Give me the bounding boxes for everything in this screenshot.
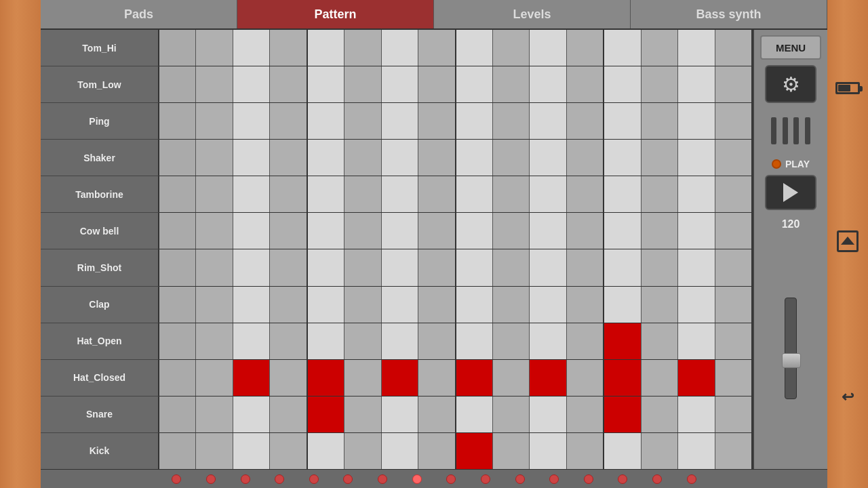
grid-cell[interactable] [678, 396, 715, 432]
grid-cell[interactable] [642, 360, 678, 396]
grid-cell[interactable] [233, 360, 270, 396]
grid-cell[interactable] [159, 213, 196, 249]
grid-cell[interactable] [382, 360, 418, 396]
dot-16[interactable] [687, 474, 696, 484]
grid-cell[interactable] [159, 360, 196, 396]
grid-cell[interactable] [308, 140, 344, 176]
grid-cell[interactable] [493, 396, 530, 432]
grid-cell[interactable] [270, 103, 307, 139]
grid-cell[interactable] [308, 249, 344, 285]
grid-cell[interactable] [270, 360, 307, 396]
grid-cell[interactable] [715, 433, 753, 469]
grid-cell[interactable] [715, 323, 753, 359]
grid-cell[interactable] [196, 176, 233, 212]
grid-cell[interactable] [678, 66, 715, 102]
grid-cell[interactable] [159, 140, 196, 176]
grid-cell[interactable] [418, 103, 456, 139]
grid-cell[interactable] [196, 66, 233, 102]
bpm-slider-track[interactable] [785, 298, 797, 399]
label-shaker[interactable]: Shaker [41, 140, 159, 176]
grid-cell[interactable] [456, 176, 493, 212]
grid-cell[interactable] [344, 140, 381, 176]
dot-14[interactable] [618, 474, 627, 484]
grid-cell[interactable] [493, 176, 530, 212]
tab-bass-synth[interactable]: Bass synth [631, 0, 827, 28]
dot-5[interactable] [309, 474, 319, 484]
settings-button[interactable]: ⚙ [765, 65, 816, 103]
grid-cell[interactable] [715, 176, 753, 212]
grid-cell[interactable] [530, 249, 566, 285]
grid-cell[interactable] [567, 323, 604, 359]
grid-cell[interactable] [567, 176, 604, 212]
grid-cell[interactable] [530, 66, 566, 102]
grid-cell[interactable] [493, 287, 530, 323]
grid-cell[interactable] [715, 140, 753, 176]
grid-cell[interactable] [567, 66, 604, 102]
grid-cell[interactable] [233, 323, 270, 359]
play-button[interactable] [765, 175, 816, 210]
grid-cell[interactable] [715, 213, 753, 249]
grid-cell[interactable] [604, 360, 641, 396]
grid-cell[interactable] [567, 103, 604, 139]
grid-cell[interactable] [159, 287, 196, 323]
grid-cell[interactable] [567, 213, 604, 249]
grid-cell[interactable] [196, 323, 233, 359]
tab-pattern[interactable]: Pattern [237, 0, 434, 28]
grid-cell[interactable] [642, 176, 678, 212]
grid-cell[interactable] [233, 176, 270, 212]
grid-cell[interactable] [678, 140, 715, 176]
grid-cell[interactable] [308, 213, 344, 249]
grid-cell[interactable] [567, 30, 604, 66]
grid-cell[interactable] [382, 140, 418, 176]
grid-cell[interactable] [530, 396, 566, 432]
grid-cell[interactable] [530, 213, 566, 249]
grid-cell[interactable] [604, 176, 641, 212]
grid-cell[interactable] [382, 287, 418, 323]
grid-cell[interactable] [642, 66, 678, 102]
grid-cell[interactable] [233, 396, 270, 432]
grid-cell[interactable] [233, 103, 270, 139]
grid-cell[interactable] [530, 30, 566, 66]
grid-cell[interactable] [233, 30, 270, 66]
grid-cell[interactable] [456, 103, 493, 139]
grid-cell[interactable] [159, 176, 196, 212]
grid-cell[interactable] [270, 433, 307, 469]
grid-cell[interactable] [456, 360, 493, 396]
grid-cell[interactable] [159, 249, 196, 285]
dot-13[interactable] [584, 474, 593, 484]
grid-cell[interactable] [382, 249, 418, 285]
grid-cell[interactable] [567, 360, 604, 396]
grid-cell[interactable] [159, 396, 196, 432]
label-ping[interactable]: Ping [41, 103, 159, 140]
grid-cell[interactable] [567, 396, 604, 432]
grid-cell[interactable] [159, 30, 196, 66]
label-rim-shot[interactable]: Rim_Shot [41, 249, 159, 286]
grid-cell[interactable] [567, 140, 604, 176]
label-hat-closed[interactable]: Hat_Closed [41, 360, 159, 396]
grid-cell[interactable] [159, 66, 196, 102]
grid-cell[interactable] [493, 103, 530, 139]
grid-cell[interactable] [604, 396, 641, 432]
grid-cell[interactable] [344, 360, 381, 396]
grid-cell[interactable] [493, 360, 530, 396]
grid-cell[interactable] [344, 396, 381, 432]
grid-cell[interactable] [418, 323, 456, 359]
grid-cell[interactable] [456, 249, 493, 285]
grid-cell[interactable] [196, 140, 233, 176]
grid-cell[interactable] [270, 323, 307, 359]
grid-cell[interactable] [456, 287, 493, 323]
grid-cell[interactable] [233, 249, 270, 285]
grid-cell[interactable] [418, 30, 456, 66]
grid-cell[interactable] [715, 103, 753, 139]
grid-cell[interactable] [493, 323, 530, 359]
grid-cell[interactable] [159, 323, 196, 359]
grid-cell[interactable] [196, 433, 233, 469]
back-icon[interactable]: ↩ [842, 388, 854, 406]
dot-7[interactable] [378, 474, 387, 484]
grid-cell[interactable] [308, 360, 344, 396]
grid-cell[interactable] [196, 360, 233, 396]
grid-cell[interactable] [642, 213, 678, 249]
grid-cell[interactable] [530, 103, 566, 139]
dot-4[interactable] [275, 474, 284, 484]
grid-cell[interactable] [382, 176, 418, 212]
